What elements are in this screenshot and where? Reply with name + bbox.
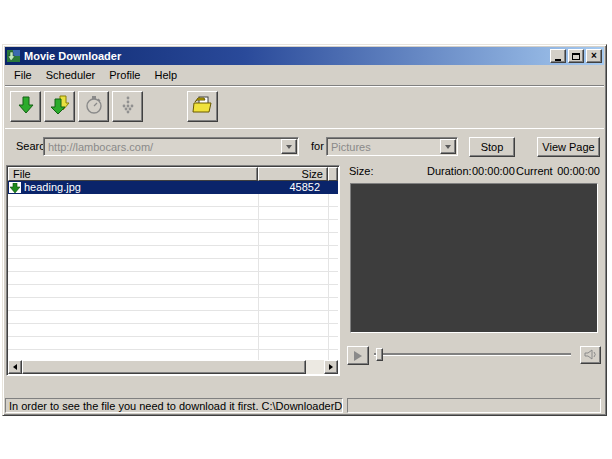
file-size: 45852 <box>258 181 324 194</box>
green-down-arrow-icon <box>16 95 36 118</box>
column-header-size[interactable]: Size <box>258 167 328 181</box>
merge-button[interactable] <box>112 91 143 122</box>
titlebar[interactable]: Movie Downloader × <box>5 47 604 65</box>
scroll-left-icon <box>13 364 17 370</box>
file-row[interactable]: heading.jpg 45852 <box>8 181 338 194</box>
minimize-button[interactable] <box>550 49 566 63</box>
current-value: 00:00:00 <box>557 165 600 177</box>
window-controls: × <box>550 49 602 63</box>
menu-profile[interactable]: Profile <box>102 67 147 83</box>
speaker-icon <box>584 349 597 362</box>
url-dropdown-button[interactable] <box>281 139 297 154</box>
open-folder-icon <box>192 95 214 118</box>
size-label: Size: <box>349 165 373 177</box>
column-header-file[interactable]: File <box>8 167 258 181</box>
play-button[interactable] <box>347 346 369 365</box>
status-bar: In order to see the file you need to dow… <box>3 398 606 414</box>
scheduler-button[interactable] <box>78 91 109 122</box>
seek-slider[interactable] <box>374 347 571 362</box>
open-folder-button[interactable] <box>187 91 218 122</box>
app-icon <box>7 49 21 63</box>
for-label: for <box>311 140 324 152</box>
chevron-down-icon <box>445 145 451 149</box>
download-all-button[interactable] <box>44 91 75 122</box>
current-label: Current <box>516 165 553 177</box>
file-list: File Size heading.jpg 45852 <box>6 165 340 376</box>
play-icon <box>354 351 362 361</box>
horizontal-scrollbar[interactable] <box>8 360 338 374</box>
column-header-filler <box>328 167 338 181</box>
scroll-left-button[interactable] <box>8 360 22 374</box>
duration-value: 00:00:00 <box>472 165 515 177</box>
stop-button[interactable]: Stop <box>469 137 515 157</box>
menu-file[interactable]: File <box>7 67 39 83</box>
video-preview <box>350 183 598 333</box>
toolbar <box>5 85 604 127</box>
category-dropdown-button[interactable] <box>440 139 456 154</box>
scrollbar-thumb[interactable] <box>22 360 306 374</box>
stopwatch-icon <box>84 95 104 118</box>
window-title: Movie Downloader <box>24 50 547 62</box>
scroll-right-button[interactable] <box>324 360 338 374</box>
category-combobox[interactable]: Pictures <box>326 137 458 156</box>
url-value: http://lambocars.com/ <box>44 141 281 153</box>
close-icon: × <box>591 51 597 61</box>
column-divider <box>328 181 329 360</box>
media-info-bar: Size: Duration: 00:00:00 Current 00:00:0… <box>348 165 600 179</box>
status-message: In order to see the file you need to dow… <box>5 398 343 413</box>
download-arrow-icon <box>9 182 21 193</box>
file-list-body[interactable]: heading.jpg 45852 <box>8 181 338 360</box>
menu-help[interactable]: Help <box>147 67 184 83</box>
file-name: heading.jpg <box>24 181 81 194</box>
chevron-down-icon <box>286 145 292 149</box>
menu-scheduler[interactable]: Scheduler <box>39 67 103 83</box>
category-value: Pictures <box>327 141 440 153</box>
app-window: Movie Downloader × File Scheduler Profil… <box>2 44 607 416</box>
maximize-icon <box>572 53 580 60</box>
slider-track <box>374 353 571 355</box>
scroll-right-icon <box>329 364 333 370</box>
file-list-header: File Size <box>8 167 338 181</box>
search-bar: Search http://lambocars.com/ for Picture… <box>5 128 604 164</box>
screenshot-canvas: Movie Downloader × File Scheduler Profil… <box>0 0 612 459</box>
slider-thumb[interactable] <box>376 348 383 361</box>
status-panel-right <box>347 398 601 413</box>
close-button[interactable]: × <box>586 49 602 63</box>
url-combobox[interactable]: http://lambocars.com/ <box>43 137 299 156</box>
dotted-down-arrow-icon <box>118 95 138 118</box>
minimize-icon <box>555 59 561 61</box>
download-button[interactable] <box>10 91 41 122</box>
duration-label: Duration: <box>427 165 472 177</box>
maximize-button[interactable] <box>568 49 584 63</box>
column-divider <box>258 181 259 360</box>
view-page-button[interactable]: View Page <box>537 137 600 157</box>
volume-button[interactable] <box>580 346 601 364</box>
menubar: File Scheduler Profile Help <box>5 66 604 84</box>
double-down-arrow-icon <box>50 95 70 118</box>
